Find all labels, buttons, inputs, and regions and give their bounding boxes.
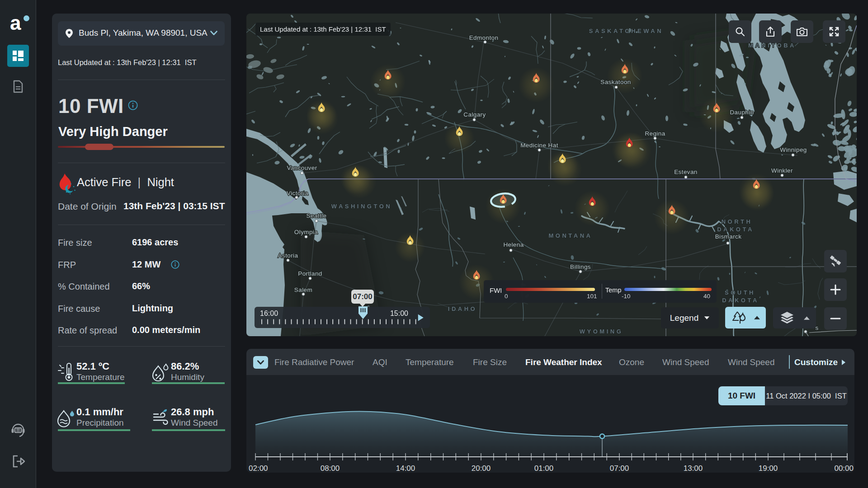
svg-text:IDAHO: IDAHO	[448, 305, 477, 312]
svg-text:Salem: Salem	[294, 286, 312, 293]
svg-text:00:00: 00:00	[834, 464, 854, 473]
svg-text:MONTANA: MONTANA	[549, 232, 593, 239]
svg-text:Victoria: Victoria	[287, 190, 308, 197]
svg-text:Winnipeg: Winnipeg	[780, 146, 807, 153]
svg-text:Winkler: Winkler	[771, 167, 793, 174]
svg-text:WYOMING: WYOMING	[580, 328, 623, 335]
svg-text:Edmonton: Edmonton	[469, 34, 499, 41]
svg-text:Astoria: Astoria	[278, 252, 298, 259]
svg-text:Portland: Portland	[298, 270, 322, 277]
svg-text:Saskatoon: Saskatoon	[600, 79, 631, 85]
svg-text:SOUTH: SOUTH	[725, 289, 755, 296]
svg-text:Billings: Billings	[570, 263, 591, 270]
svg-text:Seattle: Seattle	[307, 212, 327, 219]
svg-text:Vancouver: Vancouver	[287, 164, 317, 171]
svg-text:NORTH: NORTH	[722, 218, 753, 225]
svg-text:Olympia: Olympia	[294, 229, 318, 235]
svg-text:08:00: 08:00	[321, 464, 340, 473]
svg-text:Medicine Hat: Medicine Hat	[520, 142, 558, 149]
svg-text:Helena: Helena	[503, 241, 524, 248]
svg-text:19:00: 19:00	[759, 464, 778, 473]
svg-text:Bismarck: Bismarck	[715, 233, 742, 240]
svg-text:Dauphin: Dauphin	[730, 109, 754, 116]
svg-text:Estevan: Estevan	[674, 169, 698, 175]
svg-text:01:00: 01:00	[534, 464, 554, 473]
svg-text:13:00: 13:00	[684, 464, 703, 473]
svg-text:DAKOTA: DAKOTA	[722, 297, 759, 304]
svg-text:07:00: 07:00	[610, 464, 629, 473]
svg-text:14:00: 14:00	[396, 464, 415, 473]
svg-text:02:00: 02:00	[249, 464, 268, 473]
svg-text:DAKOTA: DAKOTA	[717, 226, 754, 233]
svg-text:SASKATCHEWAN: SASKATCHEWAN	[589, 28, 663, 34]
svg-text:Calgary: Calgary	[463, 111, 486, 118]
svg-text:WASHINGTON: WASHINGTON	[331, 203, 392, 210]
svg-text:Regina: Regina	[645, 130, 665, 137]
svg-text:20:00: 20:00	[472, 464, 491, 473]
svg-text:MANITOBA: MANITOBA	[748, 42, 796, 49]
